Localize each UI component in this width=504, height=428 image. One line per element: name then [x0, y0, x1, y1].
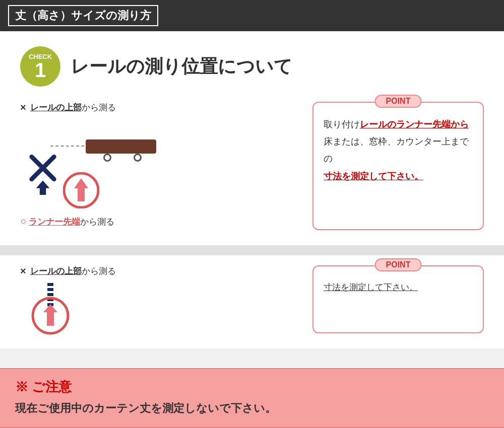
x-mark: ×: [20, 102, 26, 113]
wrong-label-bold: レールの上部: [30, 103, 82, 112]
second-diagram-area: × レールの上部から測る: [20, 265, 297, 333]
wrong-label2-bold: レールの上部: [30, 266, 82, 276]
second-point-tag: POINT: [375, 258, 422, 271]
check-number: 1: [35, 60, 46, 80]
second-point-text: 寸法を測定して下さい。: [324, 279, 473, 296]
wrong-label-text: レールの上部から測る: [30, 102, 116, 113]
notice-overlay: ※ ご注意 現在ご使用中のカーテン丈を測定しないで下さい。: [0, 368, 504, 428]
x-mark-2: ×: [20, 265, 26, 277]
page-title: 丈（高さ）サイズの測り方: [8, 5, 158, 26]
point-box: POINT 取り付けレールのランナー先端から 床または、窓枠、カウンター上までの…: [312, 102, 484, 230]
check1-heading: レールの測り位置について: [71, 54, 292, 79]
point-text-part1: 取り付け: [324, 119, 360, 129]
header: 丈（高さ）サイズの測り方: [0, 0, 504, 31]
rail-ring-left: [103, 154, 111, 162]
second-arrow-icon: [20, 283, 81, 338]
wrong-label2-suffix: から測る: [82, 266, 116, 276]
arrow-circle-correct: [63, 172, 99, 208]
correct-label: ○ ランナー先端から測る: [20, 216, 114, 228]
second-diagram: [20, 283, 121, 333]
wrong-label-suffix: から測る: [82, 103, 116, 112]
svg-marker-2: [36, 181, 50, 195]
main-content: CHECK 1 レールの測り位置について × レールの上部から測る: [0, 31, 504, 348]
circle-mark: ○: [20, 216, 26, 227]
check1-content: × レールの上部から測る: [20, 102, 484, 230]
notice-title: ※ ご注意: [15, 378, 489, 396]
diagram: ○ ランナー先端から測る: [20, 119, 161, 230]
wrong-label2: × レールの上部から測る: [20, 265, 297, 277]
diagram-area: × レールの上部から測る: [20, 102, 297, 230]
svg-marker-4: [74, 178, 88, 201]
check-badge: CHECK 1: [20, 46, 60, 87]
check1-row: CHECK 1 レールの測り位置について: [20, 46, 484, 87]
point-text-part3: 寸法を測定して下さい。: [324, 171, 423, 181]
gray-divider: [0, 245, 504, 255]
point-text: 取り付けレールのランナー先端から 床または、窓枠、カウンター上までの 寸法を測定…: [324, 116, 473, 185]
point-text-part2: 床または、窓枠、カウンター上までの: [324, 136, 469, 164]
correct-label-bold: ランナー先端: [29, 217, 80, 227]
rail-bar: [86, 139, 156, 154]
wrong-label: × レールの上部から測る: [20, 102, 297, 113]
cross-icon: [25, 155, 60, 195]
correct-label-suffix: から測る: [80, 217, 114, 227]
svg-marker-7: [43, 304, 57, 326]
second-section: × レールの上部から測る POINT 寸法を測定して下さい。: [20, 255, 484, 333]
notice-body: 現在ご使用中のカーテン丈を測定しないで下さい。: [15, 401, 489, 416]
point-text-red: レールのランナー先端から: [360, 119, 469, 129]
rail-ring-right: [134, 154, 142, 162]
second-point-box: POINT 寸法を測定して下さい。: [312, 265, 484, 333]
point-tag: POINT: [375, 95, 422, 108]
wrong-label2-text: レールの上部から測る: [30, 265, 116, 277]
